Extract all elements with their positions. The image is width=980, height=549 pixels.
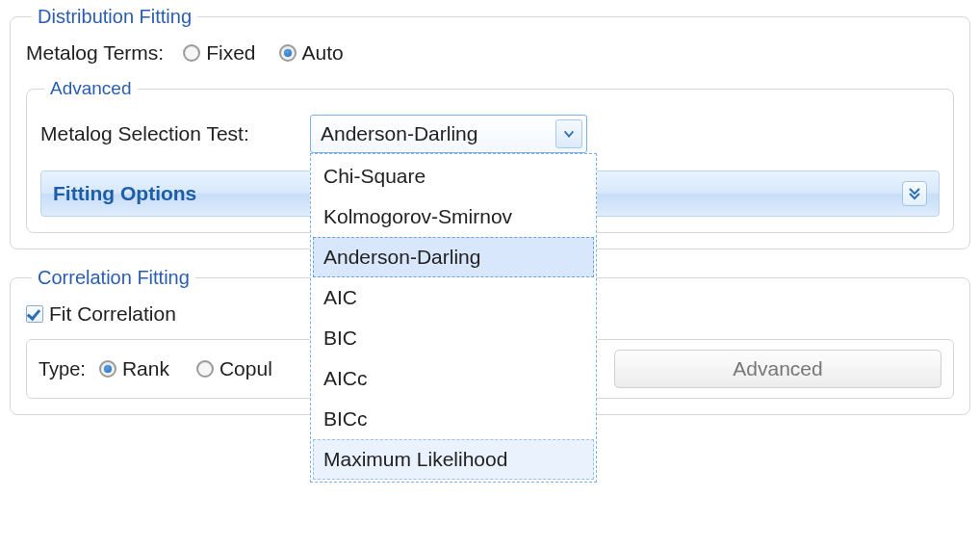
correlation-type-rank-radio[interactable]: Rank xyxy=(99,357,169,380)
correlation-type-copula-radio[interactable]: Copul xyxy=(196,357,272,380)
distribution-advanced-group: Advanced Metalog Selection Test: Anderso… xyxy=(26,78,954,233)
metalog-selection-test-option[interactable]: AIC xyxy=(313,277,594,318)
correlation-fitting-legend: Correlation Fitting xyxy=(32,267,195,289)
metalog-selection-test-select[interactable]: Anderson-Darling Chi-SquareKolmogorov-Sm… xyxy=(310,115,587,153)
correlation-type-label: Type: xyxy=(39,358,86,380)
metalog-selection-test-option[interactable]: BICc xyxy=(313,399,594,439)
fit-correlation-checkbox[interactable]: Fit Correlation xyxy=(26,302,176,326)
metalog-selection-test-label: Metalog Selection Test: xyxy=(40,122,291,145)
metalog-terms-auto-label: Auto xyxy=(302,41,344,65)
metalog-selection-test-option[interactable]: Chi-Square xyxy=(313,156,594,196)
metalog-selection-test-row: Metalog Selection Test: Anderson-Darling… xyxy=(40,115,940,153)
chevron-down-icon xyxy=(562,127,576,141)
metalog-terms-row: Metalog Terms: Fixed Auto xyxy=(26,41,954,65)
metalog-selection-test-option[interactable]: Anderson-Darling xyxy=(313,237,594,277)
double-chevron-down-icon xyxy=(907,186,922,201)
dropdown-toggle-button[interactable] xyxy=(555,119,582,148)
metalog-selection-test-input[interactable]: Anderson-Darling xyxy=(310,115,587,153)
correlation-advanced-button-label: Advanced xyxy=(733,357,822,380)
metalog-selection-test-value: Anderson-Darling xyxy=(321,122,477,145)
metalog-selection-test-option[interactable]: AICc xyxy=(313,358,594,399)
metalog-terms-fixed-label: Fixed xyxy=(206,41,255,65)
radio-icon xyxy=(99,360,116,378)
metalog-selection-test-option[interactable]: Maximum Likelihood xyxy=(313,439,594,480)
radio-icon xyxy=(183,44,200,62)
metalog-selection-test-option[interactable]: BIC xyxy=(313,318,594,358)
fitting-options-expand-button[interactable] xyxy=(902,181,927,206)
distribution-advanced-legend: Advanced xyxy=(44,78,138,99)
distribution-fitting-group: Distribution Fitting Metalog Terms: Fixe… xyxy=(10,6,970,249)
metalog-terms-fixed-radio[interactable]: Fixed xyxy=(183,41,255,65)
fitting-options-title: Fitting Options xyxy=(53,182,196,205)
correlation-type-copula-label: Copul xyxy=(219,357,272,380)
metalog-terms-auto-radio[interactable]: Auto xyxy=(279,41,344,65)
metalog-selection-test-option[interactable]: Kolmogorov-Smirnov xyxy=(313,196,594,237)
fit-correlation-label: Fit Correlation xyxy=(49,302,176,326)
radio-icon xyxy=(196,360,214,378)
metalog-terms-label: Metalog Terms: xyxy=(26,41,164,65)
correlation-type-rank-label: Rank xyxy=(122,357,169,380)
checkbox-icon xyxy=(26,305,43,323)
metalog-selection-test-dropdown[interactable]: Chi-SquareKolmogorov-SmirnovAnderson-Dar… xyxy=(310,153,597,483)
radio-icon xyxy=(279,44,297,62)
correlation-advanced-button[interactable]: Advanced xyxy=(614,350,941,388)
distribution-fitting-legend: Distribution Fitting xyxy=(32,6,197,28)
